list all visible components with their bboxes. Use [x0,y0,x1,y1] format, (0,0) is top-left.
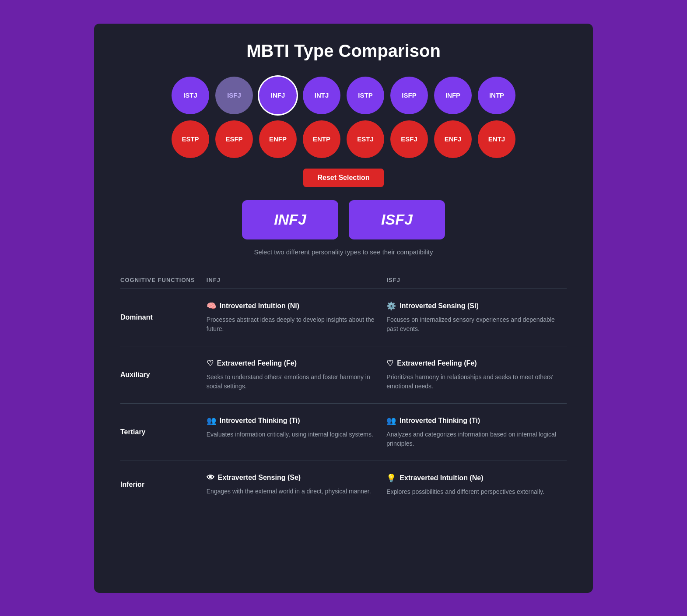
function-name-row: 👥Introverted Thinking (Ti) [207,416,380,426]
col-header-functions: COGNITIVE FUNCTIONS [120,277,207,289]
selected-type-card-2[interactable]: ISFJ [349,200,445,239]
function-name: Extraverted Intuition (Ne) [400,474,483,482]
function-cell-col2-3: 💡Extraverted Intuition (Ne)Explores poss… [386,461,567,509]
function-desc: Processes abstract ideas deeply to devel… [207,315,380,334]
col-header-isfj: ISFJ [386,277,567,289]
function-cell-col2-0: ⚙️Introverted Sensing (Si)Focuses on int… [386,289,567,346]
function-cell-col1-0: 🧠Introverted Intuition (Ni)Processes abs… [207,289,387,346]
function-desc: Evaluates information critically, using … [207,430,380,439]
function-desc: Analyzes and categorizes information bas… [386,430,560,448]
function-desc: Explores possibilities and different per… [386,487,560,496]
type-badge-estj[interactable]: ESTJ [347,120,384,158]
reset-button[interactable]: Reset Selection [303,169,383,187]
function-name-row: 🧠Introverted Intuition (Ni) [207,301,380,311]
subtitle-text: Select two different personality types t… [120,248,567,256]
function-icon: ♡ [386,359,393,368]
function-cell-col1-2: 👥Introverted Thinking (Ti)Evaluates info… [207,403,387,461]
function-name: Extraverted Feeling (Fe) [397,359,477,367]
table-row: Tertiary👥Introverted Thinking (Ti)Evalua… [120,403,567,461]
type-badge-enfj[interactable]: ENFJ [434,120,472,158]
type-grid: ISTJISFJINFJINTJISTPISFPINFPINTP ESTPESF… [120,77,567,158]
table-row: Dominant🧠Introverted Intuition (Ni)Proce… [120,289,567,346]
type-badge-infj[interactable]: INFJ [259,77,297,114]
table-row: Inferior👁Extraverted Sensing (Se)Engages… [120,461,567,509]
function-icon: ⚙️ [386,301,396,311]
type-badge-entp[interactable]: ENTP [303,120,340,158]
function-name-row: 👁Extraverted Sensing (Se) [207,473,380,482]
function-name: Extraverted Sensing (Se) [218,474,301,482]
table-header-row: COGNITIVE FUNCTIONS INFJ ISFJ [120,277,567,289]
type-badge-isfj[interactable]: ISFJ [215,77,253,114]
function-name: Introverted Intuition (Ni) [220,302,299,310]
table-row: Auxiliary♡Extraverted Feeling (Fe)Seeks … [120,346,567,403]
type-row-1: ISTJISFJINFJINTJISTPISFPINFPINTP [172,77,515,114]
selected-types-row: INFJ ISFJ [120,200,567,239]
function-role-dominant: Dominant [120,289,207,346]
type-badge-esfj[interactable]: ESFJ [390,120,428,158]
function-name-row: ⚙️Introverted Sensing (Si) [386,301,560,311]
function-cell-col2-2: 👥Introverted Thinking (Ti)Analyzes and c… [386,403,567,461]
function-role-auxiliary: Auxiliary [120,346,207,403]
function-desc: Focuses on internalized sensory experien… [386,315,560,334]
function-desc: Seeks to understand others' emotions and… [207,373,380,391]
function-desc: Engages with the external world in a dir… [207,487,380,496]
type-badge-isfp[interactable]: ISFP [390,77,428,114]
type-badge-istj[interactable]: ISTJ [172,77,209,114]
function-icon: 🧠 [207,301,216,311]
function-name: Introverted Thinking (Ti) [220,417,300,425]
type-badge-istp[interactable]: ISTP [347,77,384,114]
type-badge-intp[interactable]: INTP [478,77,515,114]
function-name-row: ♡Extraverted Feeling (Fe) [386,359,560,368]
col-header-infj: INFJ [207,277,387,289]
function-cell-col1-3: 👁Extraverted Sensing (Se)Engages with th… [207,461,387,509]
function-name-row: 👥Introverted Thinking (Ti) [386,416,560,426]
type-row-2: ESTPESFPENFPENTPESTJESFJENFJENTJ [172,120,515,158]
function-cell-col1-1: ♡Extraverted Feeling (Fe)Seeks to unders… [207,346,387,403]
type-badge-esfp[interactable]: ESFP [215,120,253,158]
function-icon: 💡 [386,473,396,483]
type-badge-entj[interactable]: ENTJ [478,120,515,158]
type-badge-intj[interactable]: INTJ [303,77,340,114]
selected-type-card-1[interactable]: INFJ [242,200,338,239]
function-name: Introverted Sensing (Si) [400,302,478,310]
app-container: MBTI Type Comparison ISTJISFJINFJINTJIST… [94,24,593,593]
function-cell-col2-1: ♡Extraverted Feeling (Fe)Prioritizes har… [386,346,567,403]
function-desc: Prioritizes harmony in relationships and… [386,373,560,391]
function-role-inferior: Inferior [120,461,207,509]
function-name-row: ♡Extraverted Feeling (Fe) [207,359,380,368]
function-icon: 👁 [207,473,214,482]
function-role-tertiary: Tertiary [120,403,207,461]
function-name: Extraverted Feeling (Fe) [217,359,297,367]
function-name-row: 💡Extraverted Intuition (Ne) [386,473,560,483]
function-icon: 👥 [207,416,216,426]
page-title: MBTI Type Comparison [120,41,567,61]
comparison-table: COGNITIVE FUNCTIONS INFJ ISFJ Dominant🧠I… [120,277,567,509]
type-badge-enfp[interactable]: ENFP [259,120,297,158]
function-name: Introverted Thinking (Ti) [400,417,480,425]
type-badge-infp[interactable]: INFP [434,77,472,114]
type-badge-estp[interactable]: ESTP [172,120,209,158]
function-icon: 👥 [386,416,396,426]
function-icon: ♡ [207,359,214,368]
